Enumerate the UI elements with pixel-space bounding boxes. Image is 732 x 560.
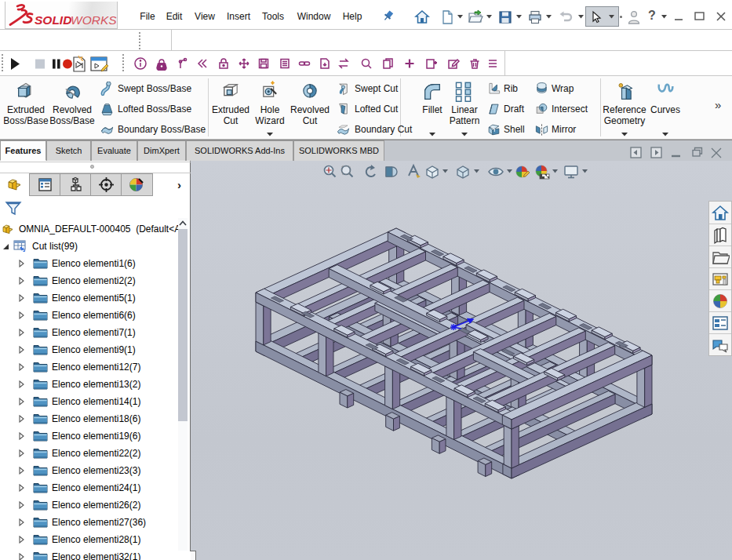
svg-text:SOLID: SOLID: [35, 13, 71, 27]
svg-text:WORKS: WORKS: [71, 13, 117, 27]
